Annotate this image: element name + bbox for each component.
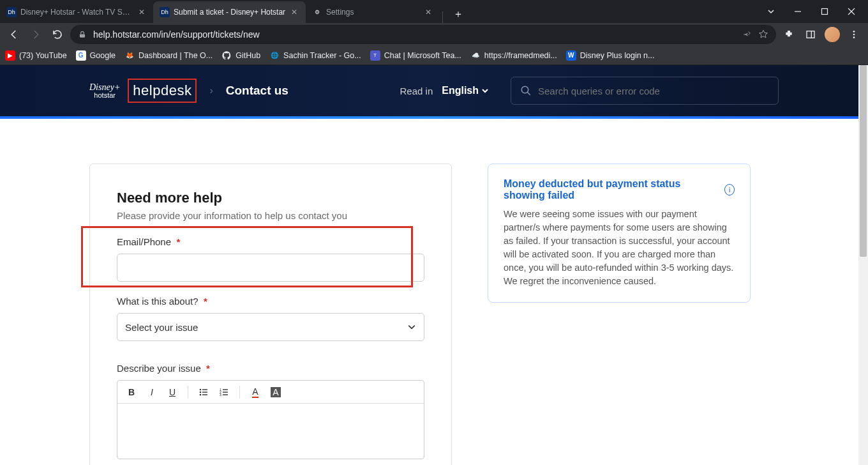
odin-icon: 🦊 bbox=[124, 50, 135, 61]
w-icon: W bbox=[566, 50, 576, 61]
breadcrumb: Contact us bbox=[226, 84, 288, 98]
app-header: Disney+ hotstar helpdesk › Contact us Re… bbox=[0, 65, 868, 116]
ticket-form: Need more help Please provide your infor… bbox=[89, 164, 452, 465]
numbered-list-button[interactable]: 123 bbox=[215, 383, 233, 401]
svg-rect-17 bbox=[223, 389, 228, 390]
close-icon[interactable]: ✕ bbox=[423, 7, 433, 17]
profile-avatar[interactable] bbox=[823, 26, 841, 43]
back-button[interactable] bbox=[5, 26, 23, 43]
scroll-thumb[interactable] bbox=[860, 65, 867, 257]
svg-point-12 bbox=[200, 391, 202, 393]
bookmark-google[interactable]: GGoogle bbox=[76, 50, 116, 61]
bullet-list-button[interactable] bbox=[195, 383, 213, 401]
tab-2[interactable]: Dh Submit a ticket - Disney+ Hotstar ✕ bbox=[153, 1, 306, 23]
new-tab-button[interactable]: ＋ bbox=[449, 5, 467, 23]
vertical-scrollbar[interactable] bbox=[858, 65, 868, 465]
tabsearch-icon[interactable] bbox=[762, 3, 780, 20]
tab-1[interactable]: Dh Disney+ Hotstar - Watch TV Show ✕ bbox=[0, 1, 153, 23]
menu-icon[interactable] bbox=[845, 26, 863, 43]
info-card-title[interactable]: Money deducted but payment status showin… bbox=[504, 178, 735, 201]
svg-point-10 bbox=[200, 388, 202, 390]
sidepanel-icon[interactable] bbox=[802, 26, 819, 43]
bookmark-framed[interactable]: ☁️https://framedmedi... bbox=[470, 50, 557, 61]
tab-label: Settings bbox=[326, 8, 419, 17]
svg-point-5 bbox=[853, 31, 855, 33]
svg-rect-15 bbox=[202, 394, 207, 395]
bookmark-github[interactable]: GitHub bbox=[221, 50, 260, 61]
svg-text:3: 3 bbox=[220, 393, 221, 397]
tab-strip: Dh Disney+ Hotstar - Watch TV Show ✕ Dh … bbox=[0, 0, 467, 23]
google-icon: G bbox=[76, 50, 86, 61]
helpdesk-label: helpdesk bbox=[128, 79, 197, 103]
favicon-dh-icon: Dh bbox=[6, 7, 17, 17]
minimize-button[interactable] bbox=[789, 3, 807, 20]
bookmark-disneyplus[interactable]: WDisney Plus login n... bbox=[566, 50, 655, 61]
close-icon[interactable]: ✕ bbox=[289, 7, 299, 17]
extensions-icon[interactable] bbox=[780, 26, 798, 43]
maximize-button[interactable] bbox=[816, 3, 834, 20]
tab-separator bbox=[442, 11, 443, 23]
logo-group[interactable]: Disney+ hotstar helpdesk › Contact us bbox=[89, 79, 288, 103]
issue-select[interactable]: Select your issue bbox=[117, 313, 424, 341]
italic-button[interactable]: I bbox=[143, 383, 161, 401]
svg-rect-1 bbox=[822, 9, 828, 15]
field-about: What is this about? * Select your issue bbox=[117, 296, 424, 341]
separator bbox=[239, 386, 240, 399]
bold-button[interactable]: B bbox=[123, 383, 140, 401]
lock-icon bbox=[78, 30, 87, 39]
describe-label: Describe your issue * bbox=[117, 363, 424, 374]
separator bbox=[188, 386, 188, 399]
svg-rect-13 bbox=[202, 392, 207, 392]
underline-button[interactable]: U bbox=[163, 383, 181, 401]
tab-3[interactable]: ⚙ Settings ✕ bbox=[306, 1, 440, 23]
svg-rect-3 bbox=[807, 31, 814, 38]
main-content: Need more help Please provide your infor… bbox=[0, 119, 868, 465]
chevron-down-icon bbox=[481, 87, 489, 95]
teams-icon: T bbox=[370, 50, 380, 61]
close-icon[interactable]: ✕ bbox=[137, 7, 147, 17]
tab-label: Disney+ Hotstar - Watch TV Show bbox=[20, 8, 133, 17]
settings-icon: ⚙ bbox=[312, 7, 322, 17]
svg-rect-21 bbox=[223, 394, 228, 395]
favicon-dh-icon: Dh bbox=[160, 7, 170, 17]
language-dropdown[interactable]: English bbox=[442, 85, 489, 96]
search-input[interactable] bbox=[538, 86, 769, 96]
form-subtitle: Please provide your information to help … bbox=[117, 210, 424, 221]
language-selector: Read in English bbox=[400, 77, 779, 105]
cloud-icon: ☁️ bbox=[470, 50, 481, 61]
search-box[interactable] bbox=[511, 77, 779, 105]
close-window-button[interactable] bbox=[842, 3, 860, 20]
about-label: What is this about? * bbox=[117, 296, 424, 307]
info-icon: i bbox=[724, 184, 735, 195]
bookmark-dashboard[interactable]: 🦊Dashboard | The O... bbox=[124, 50, 213, 61]
share-icon[interactable] bbox=[742, 29, 752, 40]
svg-point-14 bbox=[200, 393, 202, 395]
form-title: Need more help bbox=[117, 190, 424, 206]
address-bar[interactable]: help.hotstar.com/in/en/support/tickets/n… bbox=[70, 25, 776, 44]
youtube-icon: ▶ bbox=[5, 50, 15, 61]
svg-point-7 bbox=[853, 36, 855, 38]
star-icon[interactable] bbox=[758, 29, 768, 40]
bookmark-sachin[interactable]: 🌐Sachin Tracker - Go... bbox=[269, 50, 361, 61]
globe-icon: 🌐 bbox=[269, 50, 280, 61]
bookmarks-bar: ▶(73) YouTube GGoogle 🦊Dashboard | The O… bbox=[0, 46, 868, 65]
svg-rect-11 bbox=[202, 389, 207, 390]
reload-button[interactable] bbox=[49, 26, 66, 43]
highlight-button[interactable]: A bbox=[267, 383, 285, 401]
window-controls bbox=[762, 3, 868, 20]
github-icon bbox=[221, 50, 232, 61]
svg-point-8 bbox=[521, 86, 528, 93]
rich-text-editor: B I U 123 A A bbox=[117, 380, 424, 459]
bookmark-teams[interactable]: TChat | Microsoft Tea... bbox=[370, 50, 461, 61]
chevron-down-icon bbox=[407, 323, 416, 332]
bookmark-youtube[interactable]: ▶(73) YouTube bbox=[5, 50, 67, 61]
svg-rect-19 bbox=[223, 392, 228, 392]
read-in-label: Read in bbox=[400, 86, 433, 96]
browser-titlebar: Dh Disney+ Hotstar - Watch TV Show ✕ Dh … bbox=[0, 0, 868, 23]
annotation-highlight bbox=[81, 226, 413, 287]
aside-column: Money deducted but payment status showin… bbox=[488, 164, 751, 465]
tab-label: Submit a ticket - Disney+ Hotstar bbox=[174, 8, 285, 17]
forward-button[interactable] bbox=[27, 26, 45, 43]
rtf-textarea[interactable] bbox=[117, 404, 424, 459]
text-color-button[interactable]: A bbox=[246, 383, 264, 401]
